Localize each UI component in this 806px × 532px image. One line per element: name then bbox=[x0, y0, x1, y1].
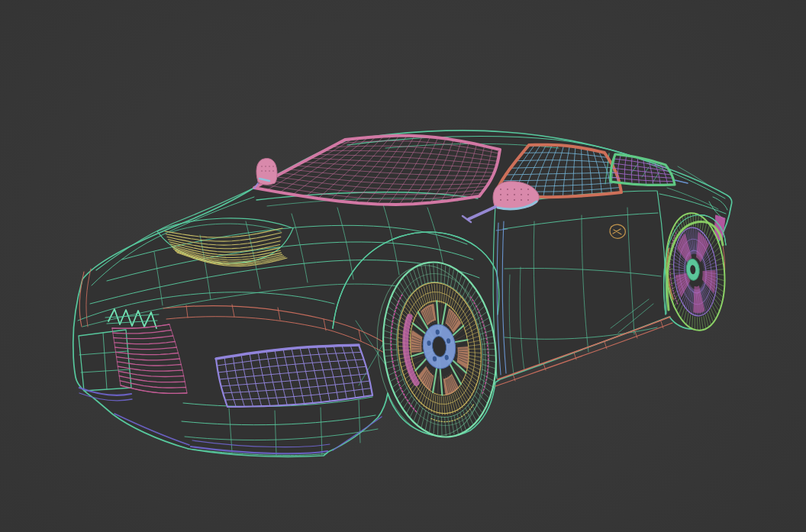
viewport-background bbox=[0, 0, 806, 532]
wireframe-car-model bbox=[73, 131, 732, 457]
viewport-canvas[interactable] bbox=[0, 0, 806, 532]
